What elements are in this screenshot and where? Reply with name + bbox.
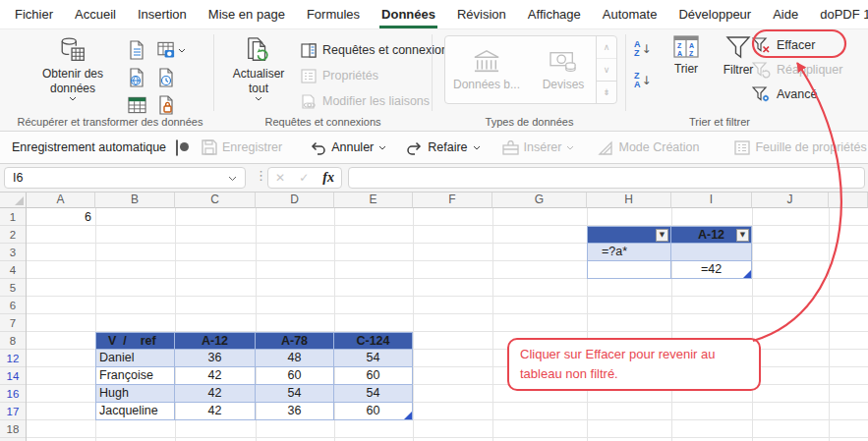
name-box[interactable]: I6 xyxy=(4,167,246,189)
criteria-cell[interactable]: =?a* xyxy=(587,244,671,261)
table-resize-handle[interactable] xyxy=(743,270,751,278)
tab-insertion[interactable]: Insertion xyxy=(127,0,198,28)
sort-label: Trier xyxy=(664,62,709,77)
table-cell[interactable]: 54 xyxy=(256,385,334,403)
row-header-filtered[interactable]: 16 xyxy=(0,385,26,403)
select-all-corner[interactable] xyxy=(0,193,27,208)
cell-a1[interactable]: 6 xyxy=(27,208,95,226)
tab-dopdf[interactable]: doPDF 10 xyxy=(809,0,868,28)
refresh-all-button[interactable]: Actualiser tout xyxy=(220,35,297,103)
formula-input[interactable] xyxy=(348,167,865,189)
tab-affichage[interactable]: Affichage xyxy=(517,0,592,28)
row-header-filtered[interactable]: 17 xyxy=(0,403,26,420)
criteria-cell[interactable]: =42 xyxy=(671,261,752,279)
column-header-h[interactable]: H xyxy=(587,193,671,208)
data-types-gallery: Données b... Devises ∧ ∨ ⇟ xyxy=(444,35,617,104)
tab-automate[interactable]: Automate xyxy=(592,0,668,28)
undo-button[interactable]: Annuler xyxy=(310,140,386,155)
table-cell[interactable]: Hugh xyxy=(95,385,175,403)
tab-developpeur[interactable]: Développeur xyxy=(667,0,762,28)
table-row: Daniel 36 48 54 xyxy=(95,350,413,367)
column-header-b[interactable]: B xyxy=(95,193,175,208)
column-header-c[interactable]: C xyxy=(175,193,256,208)
table-cell[interactable]: 60 xyxy=(256,367,334,385)
svg-text:A: A xyxy=(689,42,694,49)
redo-button[interactable]: Refaire xyxy=(406,140,480,155)
from-picture-button[interactable] xyxy=(157,36,191,64)
existing-connections-button[interactable] xyxy=(157,91,191,119)
table-resize-handle[interactable] xyxy=(404,412,412,419)
table-cell[interactable]: 42 xyxy=(175,367,256,385)
column-header-e[interactable]: E xyxy=(334,193,413,208)
row-header-filtered[interactable]: 12 xyxy=(0,350,26,367)
insert-function-button[interactable]: fx xyxy=(322,170,334,186)
row-header[interactable]: 8 xyxy=(0,332,26,350)
column-header-i[interactable]: I xyxy=(671,193,752,208)
table-cell[interactable]: 60 xyxy=(334,367,413,385)
table-cell[interactable]: 36 xyxy=(175,350,256,367)
criteria-header-cell[interactable]: A-12 ▼ xyxy=(671,226,752,244)
table-cell[interactable]: Jacqueline xyxy=(95,403,175,420)
column-header-partial xyxy=(829,193,868,208)
sort-ascending-button[interactable]: AZ↓ xyxy=(634,36,662,62)
from-table-range-button[interactable] xyxy=(128,91,157,119)
save-button: Enregistrer xyxy=(202,139,282,155)
row-header[interactable]: 2 xyxy=(0,226,26,244)
from-text-file-button[interactable] xyxy=(128,36,157,64)
tab-formules[interactable]: Formules xyxy=(296,0,371,28)
column-header-f[interactable]: F xyxy=(413,193,492,208)
clear-filter-button[interactable]: Effacer xyxy=(752,32,842,57)
from-web-button[interactable] xyxy=(128,64,157,91)
insert-control-button: Insérer xyxy=(502,140,575,155)
column-header-g[interactable]: G xyxy=(492,193,587,208)
table-header-cell[interactable]: V / ref xyxy=(95,332,175,350)
table-header-cell[interactable]: A-12 xyxy=(175,332,256,350)
row-header[interactable]: 4 xyxy=(0,261,26,279)
table-cell[interactable]: 36 xyxy=(256,403,334,420)
filter-dropdown-icon[interactable]: ▼ xyxy=(656,229,668,242)
row-header[interactable]: 7 xyxy=(0,314,26,332)
gallery-scroll-up-icon: ∧ xyxy=(597,36,616,58)
tab-donnees[interactable]: Données xyxy=(371,0,446,28)
tab-mise-en-page[interactable]: Mise en page xyxy=(198,0,296,28)
table-cell[interactable]: Daniel xyxy=(95,350,175,367)
criteria-cell[interactable] xyxy=(587,261,671,279)
table-cell[interactable]: Françoise xyxy=(95,367,175,385)
svg-text:A: A xyxy=(677,50,682,57)
tab-fichier[interactable]: Fichier xyxy=(4,0,64,28)
table-cell[interactable]: 48 xyxy=(256,350,334,367)
column-header-d[interactable]: D xyxy=(256,193,334,208)
criteria-cell[interactable] xyxy=(671,244,752,261)
tab-revision[interactable]: Révision xyxy=(446,0,517,28)
row-header[interactable]: 6 xyxy=(0,297,26,314)
row-header[interactable]: 5 xyxy=(0,279,26,297)
table-cell[interactable]: 54 xyxy=(334,350,413,367)
row-header[interactable]: 18 xyxy=(0,420,26,438)
get-data-mini-buttons xyxy=(128,36,191,119)
sort-button[interactable]: Z A A Z Trier xyxy=(664,35,709,77)
formula-bar-options-icon[interactable]: ⋮ xyxy=(255,168,267,183)
column-header-j[interactable]: J xyxy=(752,193,829,208)
recent-sources-button[interactable] xyxy=(157,64,191,91)
sort-descending-button[interactable]: ZA↓ xyxy=(634,68,662,93)
column-header-a[interactable]: A xyxy=(27,193,95,208)
filter-dropdown-icon[interactable]: ▼ xyxy=(736,229,749,242)
tab-aide[interactable]: Aide xyxy=(762,0,809,28)
get-data-button[interactable]: Obtenir des données xyxy=(24,35,122,103)
table-cell[interactable]: 42 xyxy=(175,403,256,420)
row-header[interactable]: 1 xyxy=(0,208,26,226)
table-header-cell[interactable]: A-78 xyxy=(256,332,334,350)
row-header-filtered[interactable]: 14 xyxy=(0,367,26,385)
data-table: V / ref A-12 A-78 C-124 Daniel 36 48 54 … xyxy=(95,332,413,420)
table-header-cell[interactable]: C-124 xyxy=(334,332,413,350)
table-cell[interactable]: 42 xyxy=(175,385,256,403)
row-header[interactable]: 3 xyxy=(0,244,26,261)
sort-dialog-icon: Z A A Z xyxy=(673,35,699,60)
criteria-header-cell[interactable]: V / re ▼ xyxy=(587,226,671,244)
table-cell[interactable]: 54 xyxy=(334,385,413,403)
undo-icon xyxy=(310,140,326,155)
table-cell[interactable]: 60 xyxy=(334,403,413,420)
autosave-toggle[interactable] xyxy=(176,139,178,156)
advanced-filter-button[interactable]: Avancé xyxy=(752,82,842,106)
tab-accueil[interactable]: Accueil xyxy=(64,0,127,28)
